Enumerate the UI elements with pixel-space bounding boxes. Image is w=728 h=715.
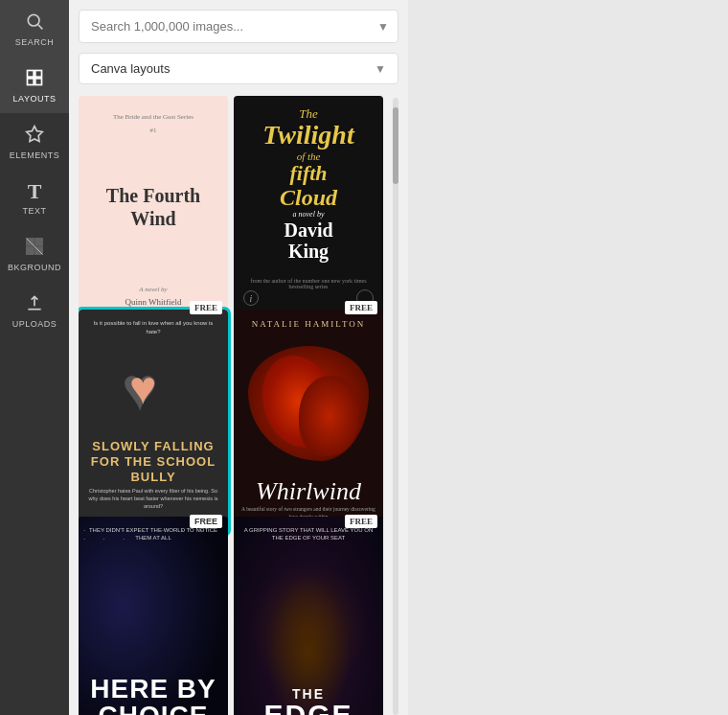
twilight-info-icon: i [243,290,259,306]
bully-question: Is it possible to fall in love when all … [88,319,218,335]
here-by-choice-title: HERE BY CHOICE [86,676,220,715]
sidebar-item-elements[interactable]: ELEMENTS [0,113,69,170]
whirlwind-title: Whirlwind [256,477,361,506]
here-by-choice-tagline: THEY DIDN'T EXPECT THE WORLD TO NOTICE T… [86,526,220,542]
whirlwind-free-badge: FREE [345,515,377,528]
twilight-title-block: The Twilight of the fifth Cloud a novel … [262,107,353,262]
svg-point-0 [28,14,39,26]
twilight-free-badge: FREE [345,301,377,314]
sidebar-elements-label: ELEMENTS [10,150,60,160]
sidebar-background-label: BKGROUND [8,263,61,272]
sidebar-text-label: TEXT [22,206,46,216]
scrollbar-track[interactable] [393,98,398,715]
twilight-novel-by: a novel by [262,211,353,219]
book-grid: The Bride and the Gust Series #1 The Fou… [79,96,389,715]
search-dropdown-arrow-icon[interactable]: ▼ [377,20,389,34]
grid-column-wrapper: The Bride and the Gust Series #1 The Fou… [79,96,398,715]
bully-free-badge: FREE [190,515,222,528]
the-edge-tagline: A GRIPPING STORY THAT WILL LEAVE YOU ON … [241,526,375,542]
sidebar-item-search[interactable]: SEARCH [0,0,69,57]
uploads-icon [25,293,44,315]
twilight-cloud: Cloud [262,185,353,210]
elements-icon [25,125,44,147]
svg-rect-5 [35,79,42,85]
layout-dropdown[interactable]: Canva layouts ▼ [79,53,398,84]
heart-front-icon: ♥ [129,361,157,414]
svg-line-1 [38,25,43,30]
whirlwind-image [241,334,375,472]
bully-heart-graphic: ♥ ♥ [120,339,187,435]
layout-dropdown-label: Canva layouts [91,61,170,76]
book-card-here-by-choice[interactable]: THEY DIDN'T EXPECT THE WORLD TO NOTICE T… [79,517,228,715]
fourth-wind-free-badge: FREE [190,301,222,314]
nebula-background [234,517,383,715]
grid-area: The Bride and the Gust Series #1 The Fou… [79,96,398,715]
scrollbar-thumb[interactable] [393,107,398,184]
search-icon [25,12,44,34]
sidebar-layouts-label: LAYOUTS [13,94,57,104]
sidebar-item-text[interactable]: T TEXT [0,170,69,225]
fourth-wind-title: The Fourth Wind [90,184,216,230]
twilight-author: DavidKing [262,219,353,262]
bully-title: SLOWLY FALLING FOR THE SCHOOL BULLY [88,439,218,484]
sidebar-item-layouts[interactable]: LAYOUTS [0,57,69,113]
fourth-wind-series: The Bride and the Gust Series #1 [113,113,193,136]
bully-description: Christopher hates Paul with every fiber … [88,488,218,510]
svg-rect-9 [27,247,34,255]
book-card-the-edge[interactable]: A GRIPPING STORY THAT WILL LEAVE YOU ON … [234,517,383,715]
book-card-school-bully[interactable]: Is it possible to fall in love when all … [79,310,228,534]
layouts-icon [25,68,44,90]
twilight-fifth: fifth [262,162,353,185]
twilight-word: Twilight [262,121,353,150]
whirlwind-author: NATALIE HAMILTON [252,319,366,329]
twilight-the: The [262,107,353,121]
right-area [408,0,728,715]
svg-rect-2 [28,71,34,78]
text-icon: T [28,181,42,202]
fourth-wind-subtitle: A novel by [125,286,181,293]
svg-rect-4 [28,79,34,85]
svg-marker-6 [27,127,43,142]
book-card-twilight[interactable]: The Twilight of the fifth Cloud a novel … [234,96,383,320]
sidebar-uploads-label: UPLOADS [12,319,57,329]
fourth-wind-author: Quinn Whitfield [125,297,181,307]
book-card-whirlwind[interactable]: NATALIE HAMILTON Whirlwind A beautiful s… [234,310,383,534]
main-panel: ▼ Canva layouts ▼ The Bride and the Gust… [69,0,408,715]
sidebar-item-uploads[interactable]: UPLOADS [0,282,69,338]
layout-dropdown-chevron-icon: ▼ [375,62,386,76]
book-card-fourth-wind[interactable]: The Bride and the Gust Series #1 The Fou… [79,96,228,320]
the-edge-the-word: THE [263,687,353,701]
sidebar-item-background[interactable]: BKGROUND [0,225,69,282]
the-edge-title: THE EDGE [263,687,353,715]
background-icon [25,237,44,259]
sidebar: SEARCH LAYOUTS ELEMENTS T TEXT [0,0,69,715]
search-bar: ▼ [79,10,398,43]
twilight-bottom-text: from the author of the number one new yo… [243,278,374,289]
red-flowers-graphic [248,346,369,461]
sidebar-search-label: SEARCH [15,37,55,47]
search-input[interactable] [79,10,398,43]
svg-rect-8 [35,239,43,245]
svg-rect-3 [35,71,42,78]
